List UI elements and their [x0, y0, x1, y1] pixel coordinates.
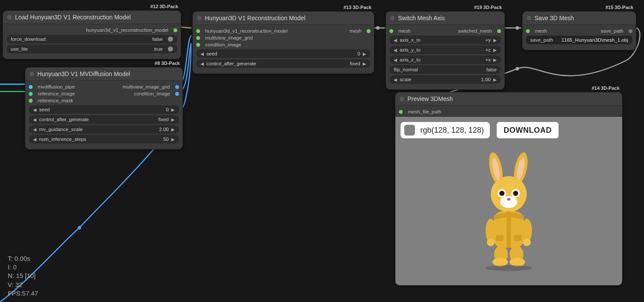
node-mvdiffusion[interactable]: #8 3D-Pack Hunyuan3D V1 MVDiffusion Mode…: [25, 67, 183, 149]
svg-point-11: [499, 191, 504, 196]
chevron-left-icon[interactable]: ◀: [394, 48, 397, 52]
output-port-icon[interactable]: [629, 29, 632, 33]
input-port-icon[interactable]: [389, 29, 393, 33]
chevron-right-icon[interactable]: ▶: [493, 77, 497, 82]
input-port-icon[interactable]: [526, 29, 530, 33]
svg-point-13: [513, 191, 518, 196]
node-title: Load Hunyuan3D V1 Reconstruction Model: [15, 14, 131, 21]
chevron-left-icon[interactable]: ◀: [33, 137, 36, 142]
chevron-left-icon[interactable]: ◀: [33, 107, 36, 112]
node-load-recon[interactable]: #12 3D-Pack Load Hunyuan3D V1 Reconstruc…: [3, 10, 181, 59]
widget-axis-x-to[interactable]: ◀axis_x_to +y▶: [389, 36, 501, 44]
widget-axis-z-to[interactable]: ◀axis_z_to +x▶: [389, 55, 501, 64]
node-badge: #14 3D-Pack: [592, 85, 620, 91]
widget-mv-guidance-scale[interactable]: ◀mv_guidance_scale 2.00▶: [29, 125, 179, 134]
widget-control-after-generate[interactable]: ◀control_after_generate fixed▶: [196, 59, 371, 68]
chevron-right-icon[interactable]: ▶: [363, 52, 366, 56]
widget-value: 0: [358, 51, 360, 56]
download-button[interactable]: DOWNLOAD: [497, 122, 559, 138]
chevron-right-icon[interactable]: ▶: [171, 137, 175, 142]
output-port-icon[interactable]: [497, 29, 501, 33]
stat-time: T: 0.00s: [8, 254, 38, 263]
node-title: Hunyuan3D V1 MVDiffusion Model: [37, 70, 130, 77]
node-badge: #8 3D-Pack: [155, 61, 180, 66]
widget-use-lite[interactable]: use_lite true: [6, 45, 177, 53]
svg-point-9: [500, 196, 517, 208]
chevron-right-icon[interactable]: ▶: [493, 38, 497, 43]
widget-value: 1.00: [481, 77, 491, 82]
widget-value: 2.00: [159, 127, 169, 132]
widget-num-inference-steps[interactable]: ◀num_inference_steps 50▶: [29, 135, 179, 143]
node-header[interactable]: Hunyuan3D V1 MVDiffusion Model: [25, 67, 182, 81]
canvas-stats: T: 0.00s I: 0 N: 15 [10] V: 32 FPS:57.47: [8, 254, 38, 298]
background-color-picker[interactable]: rgb(128, 128, 128): [401, 122, 490, 138]
input-label: multiview_image_grid: [205, 35, 253, 40]
collapse-dot-icon[interactable]: [390, 16, 395, 20]
output-port-icon[interactable]: [173, 28, 177, 32]
chevron-right-icon[interactable]: ▶: [171, 117, 175, 122]
preview-3d-canvas[interactable]: [401, 143, 617, 280]
widget-value: true: [154, 46, 163, 52]
chevron-left-icon[interactable]: ◀: [200, 52, 204, 56]
input-port-icon[interactable]: [196, 36, 200, 40]
toggle-dot-icon[interactable]: [168, 37, 173, 42]
chevron-left-icon[interactable]: ◀: [33, 127, 36, 132]
collapse-dot-icon[interactable]: [400, 97, 404, 101]
input-port-icon[interactable]: [196, 43, 200, 47]
widget-label: scale: [400, 77, 411, 82]
rendered-mesh-icon: [470, 151, 547, 271]
widget-save-path[interactable]: save_path 1165_Hunyuan3D\mesh_1.obj: [526, 36, 632, 44]
chevron-left-icon[interactable]: ◀: [394, 58, 397, 62]
input-port-icon[interactable]: [29, 85, 33, 89]
widget-control-after-generate[interactable]: ◀control_after_generate fixed▶: [29, 115, 179, 124]
chevron-right-icon[interactable]: ▶: [493, 48, 497, 52]
widget-axis-y-to[interactable]: ◀axis_y_to +z▶: [389, 46, 501, 54]
widget-value: 0: [166, 107, 169, 112]
node-reconstruction[interactable]: #13 3D-Pack Hunyuan3D V1 Reconstruction …: [192, 11, 374, 74]
node-switch-mesh-axis[interactable]: #19 3D-Pack Switch Mesh Axis mesh switch…: [386, 11, 505, 90]
node-save-3d-mesh[interactable]: #15 3D-Pack Save 3D Mesh mesh save_path …: [522, 11, 636, 50]
preview-viewport[interactable]: rgb(128, 128, 128) DOWNLOAD: [395, 117, 622, 285]
chevron-left-icon[interactable]: ◀: [394, 77, 397, 82]
output-port-icon[interactable]: [175, 85, 179, 89]
widget-label: axis_y_to: [400, 47, 421, 52]
widget-scale[interactable]: ◀scale 1.00▶: [389, 75, 501, 84]
node-header[interactable]: Preview 3DMesh: [395, 92, 622, 106]
chevron-left-icon[interactable]: ◀: [200, 61, 204, 66]
node-header[interactable]: Load Hunyuan3D V1 Reconstruction Model: [3, 11, 181, 24]
node-header[interactable]: Save 3D Mesh: [522, 12, 636, 25]
collapse-dot-icon[interactable]: [197, 16, 201, 20]
widget-value: 1165_Hunyuan3D\mesh_1.obj: [562, 37, 628, 43]
node-header[interactable]: Hunyuan3D V1 Reconstruction Model: [193, 12, 374, 25]
chevron-left-icon[interactable]: ◀: [33, 117, 36, 122]
input-port-icon[interactable]: [29, 92, 33, 96]
input-label: mesh_file_path: [408, 109, 441, 114]
output-port-icon[interactable]: [175, 92, 179, 96]
chevron-right-icon[interactable]: ▶: [171, 107, 175, 112]
output-port-icon[interactable]: [367, 29, 371, 33]
node-header[interactable]: Switch Mesh Axis: [386, 12, 504, 25]
widget-seed[interactable]: ◀seed 0▶: [196, 49, 371, 58]
widget-label: control_after_generate: [39, 117, 89, 122]
collapse-dot-icon[interactable]: [527, 16, 531, 20]
node-preview-3dmesh[interactable]: #14 3D-Pack Preview 3DMesh mesh_file_pat…: [395, 92, 623, 286]
widget-force-download[interactable]: force_download false: [6, 35, 177, 43]
input-port-icon[interactable]: [399, 110, 403, 114]
svg-point-26: [510, 258, 525, 266]
widget-value: false: [486, 67, 497, 72]
chevron-left-icon[interactable]: ◀: [394, 38, 397, 43]
color-swatch-icon[interactable]: [404, 125, 415, 136]
widget-flip-normal[interactable]: flip_normal false: [389, 65, 501, 74]
widget-seed[interactable]: ◀seed 0▶: [29, 105, 179, 114]
collapse-dot-icon[interactable]: [7, 15, 12, 19]
input-label: hunyuan3d_v1_reconstruction_model: [205, 28, 288, 34]
output-label: save_path: [601, 28, 623, 34]
input-port-icon[interactable]: [196, 29, 200, 33]
chevron-right-icon[interactable]: ▶: [493, 58, 497, 62]
collapse-dot-icon[interactable]: [30, 72, 34, 76]
svg-rect-22: [514, 235, 522, 241]
toggle-dot-icon[interactable]: [168, 46, 173, 52]
chevron-right-icon[interactable]: ▶: [171, 127, 175, 132]
input-port-icon[interactable]: [29, 99, 33, 103]
chevron-right-icon[interactable]: ▶: [363, 61, 366, 66]
